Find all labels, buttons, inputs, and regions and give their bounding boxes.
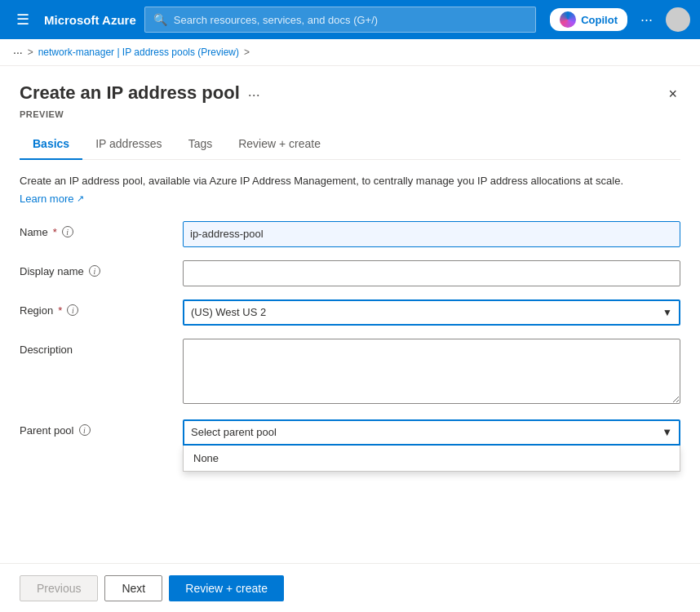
- description-text: Create an IP address pool, available via…: [20, 173, 680, 189]
- breadcrumb-sep-2: >: [244, 47, 250, 58]
- parent-pool-label: Parent pool i: [20, 419, 183, 437]
- display-name-info-icon[interactable]: i: [89, 265, 100, 277]
- tab-ip-addresses[interactable]: IP addresses: [82, 129, 175, 160]
- copilot-button[interactable]: Copilot: [550, 8, 627, 31]
- user-avatar[interactable]: [666, 7, 690, 32]
- copilot-label: Copilot: [581, 14, 618, 26]
- name-label: Name * i: [20, 221, 183, 238]
- name-required-indicator: *: [53, 226, 57, 238]
- search-placeholder: Search resources, services, and docs (G+…: [174, 14, 378, 26]
- display-name-input[interactable]: [183, 260, 680, 286]
- page-title: Create an IP address pool: [20, 82, 240, 104]
- parent-pool-option-none[interactable]: None: [184, 446, 680, 471]
- azure-logo: Microsoft Azure: [44, 13, 136, 27]
- display-name-field-row: Display name i: [20, 260, 680, 286]
- parent-pool-info-icon[interactable]: i: [79, 424, 91, 436]
- name-field-control: [183, 221, 680, 247]
- tab-tags[interactable]: Tags: [175, 129, 226, 160]
- breadcrumb-link-network-manager[interactable]: network-manager | IP address pools (Prev…: [38, 47, 239, 58]
- tab-review-create[interactable]: Review + create: [225, 129, 334, 160]
- preview-badge: PREVIEW: [20, 109, 680, 119]
- main-content: Create an IP address pool ··· × PREVIEW …: [0, 66, 700, 608]
- parent-pool-field-control: Select parent pool ▼ None: [183, 419, 680, 446]
- parent-pool-dropdown-menu: None: [183, 446, 680, 472]
- page-header: Create an IP address pool ··· ×: [20, 82, 680, 106]
- parent-pool-chevron-icon: ▼: [662, 426, 672, 438]
- next-button[interactable]: Next: [104, 575, 162, 601]
- breadcrumb-sep-1: >: [28, 47, 33, 58]
- description-textarea[interactable]: [183, 339, 680, 404]
- breadcrumb: ··· > network-manager | IP address pools…: [0, 39, 700, 66]
- review-create-button[interactable]: Review + create: [169, 575, 284, 601]
- parent-pool-field-row: Parent pool i Select parent pool ▼ None: [20, 419, 680, 446]
- search-icon: 🔍: [153, 13, 167, 26]
- description-field-row: Description: [20, 339, 680, 406]
- display-name-label: Display name i: [20, 260, 183, 277]
- tab-basics[interactable]: Basics: [20, 129, 82, 160]
- description-field-control: [183, 339, 680, 406]
- hamburger-menu[interactable]: ☰: [10, 7, 36, 32]
- description-label: Description: [20, 339, 183, 356]
- external-link-icon: ↗: [77, 193, 84, 204]
- region-label: Region * i: [20, 299, 183, 317]
- breadcrumb-dots[interactable]: ···: [13, 46, 23, 59]
- name-info-icon[interactable]: i: [62, 226, 73, 237]
- name-input[interactable]: [183, 221, 680, 247]
- parent-pool-selected-value: Select parent pool: [191, 426, 277, 438]
- tab-bar: Basics IP addresses Tags Review + create: [20, 129, 680, 160]
- display-name-field-control: [183, 260, 680, 286]
- close-button[interactable]: ×: [665, 82, 680, 106]
- learn-more-link[interactable]: Learn more ↗: [20, 193, 84, 205]
- previous-button: Previous: [20, 575, 98, 601]
- page-header-ellipsis[interactable]: ···: [248, 86, 260, 104]
- name-field-row: Name * i: [20, 221, 680, 247]
- nav-right: Copilot ···: [550, 7, 690, 32]
- region-field-row: Region * i (US) West US 2 East US Centra…: [20, 299, 680, 326]
- region-required-indicator: *: [58, 304, 62, 317]
- region-field-control: (US) West US 2 East US Central US West E…: [183, 299, 680, 326]
- nav-more-button[interactable]: ···: [634, 8, 659, 32]
- region-info-icon[interactable]: i: [67, 304, 78, 316]
- region-select[interactable]: (US) West US 2 East US Central US West E…: [183, 299, 680, 326]
- search-bar[interactable]: 🔍 Search resources, services, and docs (…: [144, 7, 536, 33]
- footer: Previous Next Review + create: [0, 563, 700, 612]
- parent-pool-dropdown-trigger[interactable]: Select parent pool ▼: [183, 419, 680, 446]
- page-header-left: Create an IP address pool ···: [20, 82, 260, 104]
- top-navigation: ☰ Microsoft Azure 🔍 Search resources, se…: [0, 0, 700, 39]
- copilot-icon: [560, 11, 576, 28]
